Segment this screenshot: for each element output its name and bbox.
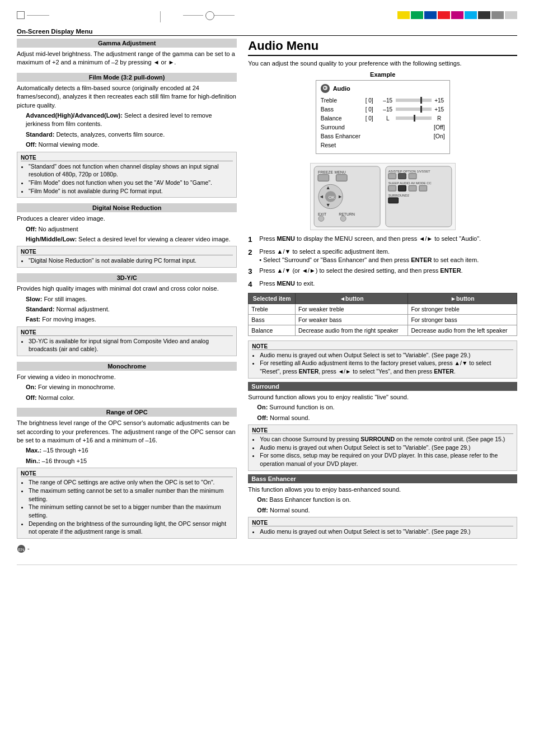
opc-note-3: Depending on the brightness of the surro… [29,520,233,536]
step-2-text: Press ▲/▼ to select a specific adjustmen… [259,248,517,265]
svg-text:SURROUND2: SURROUND2 [388,194,409,197]
step-4-text: Press MENU to exit. [259,279,517,290]
svg-rect-31 [388,198,399,203]
3dyc-body: Provides high quality images with minima… [17,284,237,293]
remote-svg: FREEZE MENU OK ▲ ▼ ◄ ► EXIT RETURN [310,163,456,230]
example-label: Example [248,71,517,78]
bass-label: Bass [321,106,366,113]
3dyc-item-0: Slow: For still images. [26,295,237,304]
svg-text:AS/STEP OPTION 1/VSSET: AS/STEP OPTION 1/VSSET [388,170,430,173]
svg-text:▲: ▲ [325,185,330,191]
opc-notes: NOTE The range of OPC settings are activ… [17,468,237,539]
opc-note-2: The minimum setting cannot be set to a b… [29,503,233,519]
svg-point-19 [340,216,346,222]
page-content: Gamma Adjustment Adjust mid-level bright… [17,39,517,553]
opc-note-1: The maximum setting cannot be set to a s… [29,487,233,503]
dnr-section: Digital Noise Reduction Produces a clear… [17,203,237,268]
balance-minus: L [382,115,394,122]
audio-note-1: For resetting all Audio adjustment items… [260,359,513,375]
opc-note-label: NOTE [21,470,233,477]
page-footer-line [17,564,517,565]
step-3-text: Press ▲/▼ (or ◄/►) to select the desired… [259,267,517,277]
dnr-notes: NOTE "Digital Noise Reduction" is not av… [17,246,237,268]
monochrome-title: Monochrome [17,362,237,371]
svg-point-18 [318,216,324,222]
balance-cell: Balance [249,325,296,335]
bass-enhancer-title: Bass Enhancer [248,474,517,483]
bass-back: For weaker bass [295,314,407,325]
audio-menu-title: Audio Menu [248,39,517,56]
svg-rect-24 [409,174,416,179]
page-num-text: - [27,545,30,552]
3dyc-section: 3D-Y/C Provides high quality images with… [17,273,237,356]
svg-rect-6 [318,175,329,181]
table-row-balance: Balance Decrease audio from the right sp… [249,325,517,335]
surround-note-2: For some discs, setup may be required on… [260,451,513,468]
monochrome-body: For viewing a video in monochrome. [17,373,237,381]
step-1: 1 Press MENU to display the MENU screen,… [248,235,517,245]
film-mode-note-0: "Standard" does not function when channe… [29,162,233,179]
dnr-item-0: Off: No adjustment [26,225,237,234]
balance-r: R [434,115,445,122]
page-section-header: On-Screen Display Menu [17,28,517,36]
audio-note-0: Audio menu is grayed out when Output Sel… [260,351,513,360]
step-4-num: 4 [248,279,256,290]
3dyc-item-1: Standard: Normal adjustment. [26,305,237,314]
surround-row: Surround [Off] [321,123,445,131]
bass-fwd: For stronger bass [408,314,517,325]
svg-text:FREEZE: FREEZE [318,170,334,174]
svg-text:EN: EN [18,547,24,552]
treble-slider [396,99,432,102]
steps-section: 1 Press MENU to display the MENU screen,… [248,235,517,289]
3dyc-title: 3D-Y/C [17,273,237,282]
gamma-body: Adjust mid-level brightness. The adjustm… [17,50,237,67]
balance-val: [ 0] [366,115,382,122]
col-selected-item: Selected item [249,293,296,304]
surround-title: Surround [248,382,517,391]
opc-item-1: Min.: –16 through +15 [26,457,237,465]
monochrome-section: Monochrome For viewing a video in monoch… [17,362,237,402]
bass-row: Bass [ 0] –15 +15 [321,105,445,113]
col-back-button: ◄button [295,293,407,304]
bass-enhancer-on: On: Bass Enhancer function is on. [257,496,517,504]
svg-rect-22 [388,174,396,179]
film-mode-note-label: NOTE [21,155,233,161]
bass-enhancer-note-0: Audio menu is grayed out when Output Sel… [260,528,513,536]
left-column: Gamma Adjustment Adjust mid-level bright… [17,39,237,553]
svg-rect-28 [409,186,416,192]
film-mode-body: Automatically detects a film-based sourc… [17,84,237,110]
svg-rect-8 [336,175,347,181]
balance-label: Balance [321,115,366,122]
page-num-icon: EN [17,544,26,553]
page-number: EN - [17,544,237,553]
audio-label: Audio [333,85,350,92]
dnr-note-label: NOTE [21,249,233,255]
bass-enhancer-section: Bass Enhancer This function allows you t… [248,474,517,539]
step-4: 4 Press MENU to exit. [248,279,517,290]
film-mode-item-1: Standard: Detects, analyzes, converts fi… [26,130,237,139]
bass-val: [ 0] [366,106,382,113]
surround-val: [Off] [434,124,445,130]
surround-note-1: Audio menu is grayed out when Output Sel… [260,444,513,452]
right-column: Audio Menu You can adjust the sound qual… [248,39,517,553]
treble-label: Treble [321,97,366,104]
surround-on: On: Surround function is on. [257,403,517,412]
gamma-section: Gamma Adjustment Adjust mid-level bright… [17,39,237,67]
audio-menu-header: Audio [321,84,445,93]
svg-text:SLEEP AUDIO AV MODE CC: SLEEP AUDIO AV MODE CC [388,182,432,185]
bass-cell: Bass [249,314,296,325]
opc-title: Range of OPC [17,408,237,417]
bass-enhancer-note-label: NOTE [252,520,513,526]
surround-section: Surround Surround function allows you to… [248,382,517,471]
step-2: 2 Press ▲/▼ to select a specific adjustm… [248,248,517,265]
surround-label: Surround [321,124,366,130]
monochrome-item-0: On: For viewing in monochrome. [26,383,237,391]
treble-val: [ 0] [366,97,382,104]
balance-thumb [414,115,415,122]
opc-item-0: Max.: –15 through +16 [26,446,237,455]
treble-row: Treble [ 0] –15 +15 [321,96,445,104]
treble-back: For weaker treble [295,304,407,314]
treble-minus: –15 [382,97,394,104]
bass-enhancer-off: Off: Normal sound. [257,506,517,515]
svg-text:►: ► [338,194,343,199]
